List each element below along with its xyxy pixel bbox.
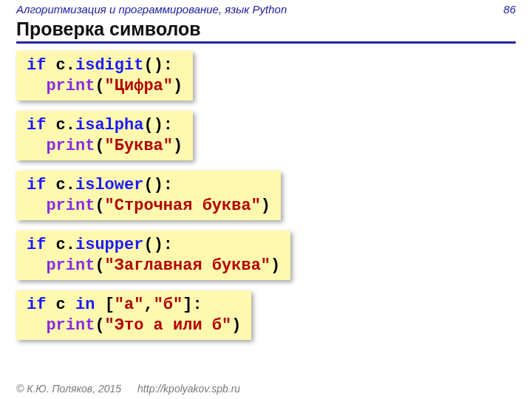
- slide-footer: © К.Ю. Поляков, 2015 http://kpolyakov.sp…: [16, 383, 516, 395]
- code-block-isupper: if c.isupper(): print("Заглавная буква"): [16, 231, 290, 280]
- string-literal: "б": [154, 296, 183, 314]
- method-isalpha: isalpha: [75, 116, 143, 134]
- method-islower: islower: [75, 176, 143, 194]
- string-literal: "Буква": [105, 137, 173, 155]
- fn-print: print: [46, 197, 95, 215]
- var-c: c: [56, 116, 66, 134]
- string-literal: "Цифра": [105, 77, 173, 95]
- keyword-if: if: [27, 296, 46, 314]
- course-name: Алгоритмизация и программирование, язык …: [16, 3, 287, 16]
- page-number: 86: [503, 3, 516, 16]
- code-block-in-list: if c in ["а","б"]: print("Это а или б"): [16, 290, 251, 340]
- var-c: c: [56, 236, 66, 254]
- fn-print: print: [46, 256, 95, 275]
- fn-print: print: [46, 137, 95, 155]
- var-c: c: [56, 176, 66, 194]
- code-blocks: if c.isdigit(): print("Цифра") if c.isal…: [16, 51, 516, 340]
- string-literal: "а": [115, 296, 144, 314]
- fn-print: print: [46, 77, 95, 95]
- slide-header: Алгоритмизация и программирование, язык …: [16, 0, 516, 16]
- var-c: c: [56, 56, 66, 75]
- copyright: © К.Ю. Поляков, 2015: [16, 383, 121, 395]
- keyword-in: in: [75, 296, 95, 314]
- code-block-isdigit: if c.isdigit(): print("Цифра"): [16, 51, 193, 100]
- fn-print: print: [46, 316, 95, 335]
- method-isupper: isupper: [75, 236, 143, 254]
- slide-title: Проверка символов: [16, 18, 516, 44]
- string-literal: "Это а или б": [105, 316, 232, 335]
- string-literal: "Заглавная буква": [105, 256, 270, 275]
- var-c: c: [56, 296, 66, 314]
- keyword-if: if: [27, 116, 46, 134]
- keyword-if: if: [27, 56, 46, 75]
- footer-url: http://kpolyakov.spb.ru: [137, 383, 240, 395]
- slide: Алгоритмизация и программирование, язык …: [0, 0, 532, 399]
- string-literal: "Строчная буква": [105, 197, 261, 215]
- code-block-isalpha: if c.isalpha(): print("Буква"): [16, 111, 193, 160]
- keyword-if: if: [27, 176, 46, 194]
- method-isdigit: isdigit: [75, 56, 143, 75]
- code-block-islower: if c.islower(): print("Строчная буква"): [16, 171, 281, 220]
- keyword-if: if: [27, 236, 46, 254]
